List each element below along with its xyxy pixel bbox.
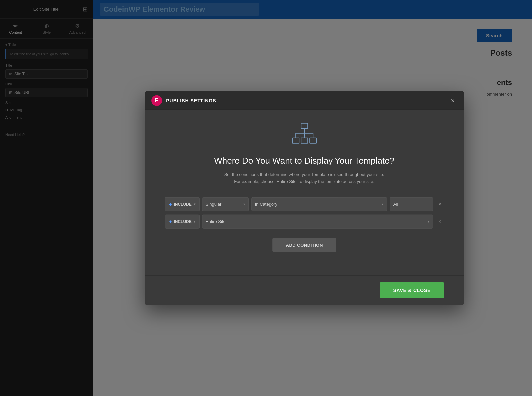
svg-rect-8 [310,138,316,143]
svg-rect-0 [301,123,308,129]
condition-row-1: + INCLUDE ▾ Singular ▾ In Category ▾ All… [165,197,444,211]
elementor-logo: E [151,95,162,106]
include-label-2: INCLUDE [174,219,191,224]
modal-divider [444,96,444,104]
modal-heading: Where Do You Want to Display Your Templa… [165,156,444,166]
modal-close-button[interactable]: × [448,96,458,105]
modal-title: PUBLISH SETTINGS [166,98,216,103]
modal-subtext: Set the conditions that determine where … [165,171,444,185]
singular-select[interactable]: Singular ▾ [202,197,249,211]
template-display-icon [291,123,318,147]
modal-subtext-line1: Set the conditions that determine where … [224,172,384,177]
chevron-icon-2: ▾ [194,220,195,223]
add-condition-button[interactable]: ADD CONDITION [273,238,336,252]
svg-rect-7 [301,138,308,143]
save-close-button[interactable]: SAVE & CLOSE [380,282,444,298]
include-label-1: INCLUDE [174,202,191,206]
publish-settings-modal: E PUBLISH SETTINGS × [145,91,464,305]
modal-header: E PUBLISH SETTINGS × [145,91,464,110]
singular-value: Singular [206,202,222,207]
chevron-icon-1: ▾ [194,202,195,206]
condition-row-2: + INCLUDE ▾ Entire Site ▾ × [165,214,444,228]
entire-site-chevron: ▾ [428,220,429,223]
modal-footer: SAVE & CLOSE [145,275,464,305]
remove-condition-1-button[interactable]: × [436,200,444,208]
modal-header-right: × [444,96,458,105]
conditions-list: + INCLUDE ▾ Singular ▾ In Category ▾ All… [165,197,444,228]
all-select[interactable]: All [390,197,433,211]
template-icon-wrapper [165,123,444,147]
remove-condition-2-button[interactable]: × [436,217,444,226]
in-category-select[interactable]: In Category ▾ [251,197,387,211]
include-button-1[interactable]: + INCLUDE ▾ [165,197,200,211]
entire-site-select[interactable]: Entire Site ▾ [202,214,433,228]
all-value: All [393,202,398,207]
modal-body: Where Do You Want to Display Your Templa… [145,110,464,275]
modal-subtext-line2: For example, choose 'Entire Site' to dis… [234,179,374,184]
singular-chevron: ▾ [243,202,245,206]
modal-header-left: E PUBLISH SETTINGS [151,95,216,106]
entire-site-value: Entire Site [206,219,226,224]
plus-icon-2: + [169,219,172,224]
include-button-2[interactable]: + INCLUDE ▾ [165,214,200,228]
in-category-chevron: ▾ [382,202,383,206]
svg-rect-6 [292,138,299,143]
add-condition-wrapper: ADD CONDITION [165,238,444,252]
plus-icon-1: + [169,201,172,207]
in-category-value: In Category [255,202,277,207]
